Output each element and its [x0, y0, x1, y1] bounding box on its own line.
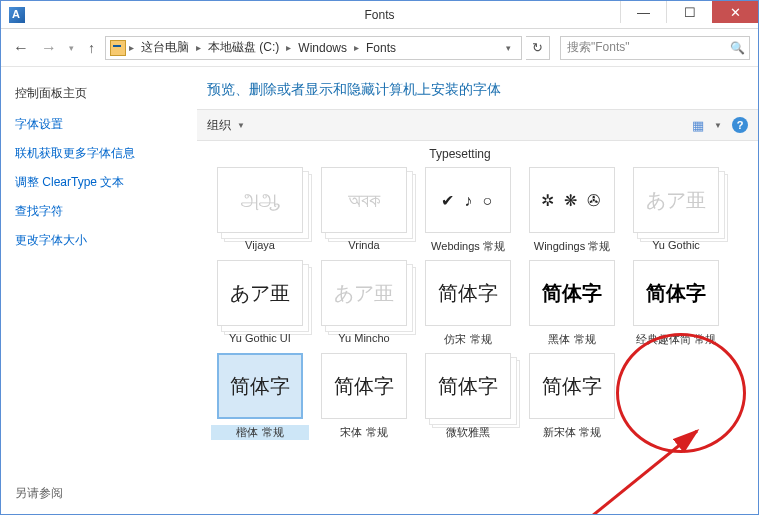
font-label: Yu Mincho — [315, 332, 413, 344]
address-dropdown[interactable]: ▾ — [500, 43, 517, 53]
font-preview-tile[interactable]: 简体字 — [321, 353, 407, 419]
font-item[interactable]: 简体字楷体 常规 — [211, 353, 309, 440]
font-label: Yu Gothic UI — [211, 332, 309, 344]
app-icon — [9, 7, 25, 23]
search-placeholder: 搜索"Fonts" — [567, 39, 630, 56]
history-dropdown[interactable]: ▾ — [65, 43, 78, 53]
search-icon: 🔍 — [730, 41, 745, 55]
font-label: 宋体 常规 — [315, 425, 413, 440]
font-preview-tile[interactable]: 简体字 — [425, 260, 511, 326]
font-grid-area: Typesetting அஆVijayaঅবকVrinda✔ ♪ ○Webdin… — [197, 141, 758, 515]
chevron-right-icon[interactable]: ▸ — [128, 42, 135, 53]
page-header: 预览、删除或者显示和隐藏计算机上安装的字体 — [197, 67, 758, 109]
navbar: ← → ▾ ↑ ▸ 这台电脑 ▸ 本地磁盘 (C:) ▸ Windows ▸ F… — [1, 29, 758, 67]
font-preview-tile[interactable]: ✲ ❋ ✇ — [529, 167, 615, 233]
font-preview-tile[interactable]: அஆ — [217, 167, 303, 233]
font-item[interactable]: ✲ ❋ ✇Wingdings 常规 — [523, 167, 621, 254]
chevron-right-icon[interactable]: ▸ — [285, 42, 292, 53]
font-grid: அஆVijayaঅবকVrinda✔ ♪ ○Webdings 常规✲ ❋ ✇Wi… — [205, 167, 750, 440]
font-preview-tile[interactable]: 简体字 — [633, 260, 719, 326]
font-preview-tile[interactable]: あア亜 — [633, 167, 719, 233]
font-item[interactable]: あア亜Yu Mincho — [315, 260, 413, 347]
font-item[interactable]: 简体字微软雅黑 — [419, 353, 517, 440]
organize-dropdown-icon[interactable]: ▼ — [237, 121, 245, 130]
folder-icon — [110, 40, 126, 56]
titlebar: Fonts — ☐ ✕ — [1, 1, 758, 29]
font-label: Vrinda — [315, 239, 413, 251]
window-controls: — ☐ ✕ — [620, 1, 758, 23]
font-preview-tile[interactable]: অবক — [321, 167, 407, 233]
font-label: Vijaya — [211, 239, 309, 251]
font-item[interactable]: அஆVijaya — [211, 167, 309, 254]
breadcrumb[interactable]: 这台电脑 — [137, 37, 193, 58]
font-label: 黑体 常规 — [523, 332, 621, 347]
breadcrumb[interactable]: 本地磁盘 (C:) — [204, 37, 283, 58]
font-item[interactable]: 简体字经典趣体简 常规 — [627, 260, 725, 347]
chevron-right-icon[interactable]: ▸ — [353, 42, 360, 53]
sidebar-title[interactable]: 控制面板主页 — [15, 85, 183, 102]
font-preview-tile[interactable]: 简体字 — [217, 353, 303, 419]
font-item[interactable]: 简体字仿宋 常规 — [419, 260, 517, 347]
window-title: Fonts — [364, 8, 394, 22]
font-label: 微软雅黑 — [419, 425, 517, 440]
font-item[interactable]: 简体字黑体 常规 — [523, 260, 621, 347]
font-preview-tile[interactable]: 简体字 — [425, 353, 511, 419]
font-label: Webdings 常规 — [419, 239, 517, 254]
category-label: Typesetting — [411, 147, 509, 161]
back-button[interactable]: ← — [9, 36, 33, 60]
font-item[interactable]: あア亜Yu Gothic — [627, 167, 725, 254]
toolbar: 组织 ▼ ▦ ▼ ? — [197, 109, 758, 141]
sidebar-link-find-char[interactable]: 查找字符 — [15, 203, 183, 220]
sidebar: 控制面板主页 字体设置 联机获取更多字体信息 调整 ClearType 文本 查… — [1, 67, 197, 515]
font-label: 新宋体 常规 — [523, 425, 621, 440]
refresh-button[interactable]: ↻ — [526, 36, 550, 60]
font-preview-tile[interactable]: 简体字 — [529, 260, 615, 326]
font-label: 楷体 常规 — [211, 425, 309, 440]
font-preview-tile[interactable]: あア亜 — [321, 260, 407, 326]
font-item[interactable]: অবকVrinda — [315, 167, 413, 254]
chevron-right-icon[interactable]: ▸ — [195, 42, 202, 53]
sidebar-link-font-settings[interactable]: 字体设置 — [15, 116, 183, 133]
up-button[interactable]: ↑ — [82, 40, 101, 56]
maximize-button[interactable]: ☐ — [666, 1, 712, 23]
font-item[interactable]: あア亜Yu Gothic UI — [211, 260, 309, 347]
sidebar-link-cleartype[interactable]: 调整 ClearType 文本 — [15, 174, 183, 191]
font-item[interactable]: 简体字宋体 常规 — [315, 353, 413, 440]
font-label: 仿宋 常规 — [419, 332, 517, 347]
address-bar[interactable]: ▸ 这台电脑 ▸ 本地磁盘 (C:) ▸ Windows ▸ Fonts ▾ — [105, 36, 522, 60]
font-preview-tile[interactable]: あア亜 — [217, 260, 303, 326]
close-button[interactable]: ✕ — [712, 1, 758, 23]
sidebar-link-change-size[interactable]: 更改字体大小 — [15, 232, 183, 249]
font-preview-tile[interactable]: ✔ ♪ ○ — [425, 167, 511, 233]
breadcrumb[interactable]: Windows — [294, 39, 351, 57]
sidebar-footer: 另请参阅 — [15, 485, 63, 502]
main-panel: 预览、删除或者显示和隐藏计算机上安装的字体 组织 ▼ ▦ ▼ ? Typeset… — [197, 67, 758, 515]
font-label: Yu Gothic — [627, 239, 725, 251]
forward-button[interactable]: → — [37, 36, 61, 60]
svg-line-0 — [487, 431, 697, 515]
font-item[interactable]: ✔ ♪ ○Webdings 常规 — [419, 167, 517, 254]
font-label: 经典趣体简 常规 — [627, 332, 725, 347]
view-button[interactable]: ▦ — [692, 118, 704, 133]
font-label: Wingdings 常规 — [523, 239, 621, 254]
organize-button[interactable]: 组织 — [207, 117, 231, 134]
breadcrumb[interactable]: Fonts — [362, 39, 400, 57]
font-item[interactable]: 简体字新宋体 常规 — [523, 353, 621, 440]
search-input[interactable]: 搜索"Fonts" 🔍 — [560, 36, 750, 60]
font-preview-tile[interactable]: 简体字 — [529, 353, 615, 419]
sidebar-link-online-fonts[interactable]: 联机获取更多字体信息 — [15, 145, 183, 162]
view-dropdown-icon[interactable]: ▼ — [714, 121, 722, 130]
minimize-button[interactable]: — — [620, 1, 666, 23]
help-button[interactable]: ? — [732, 117, 748, 133]
